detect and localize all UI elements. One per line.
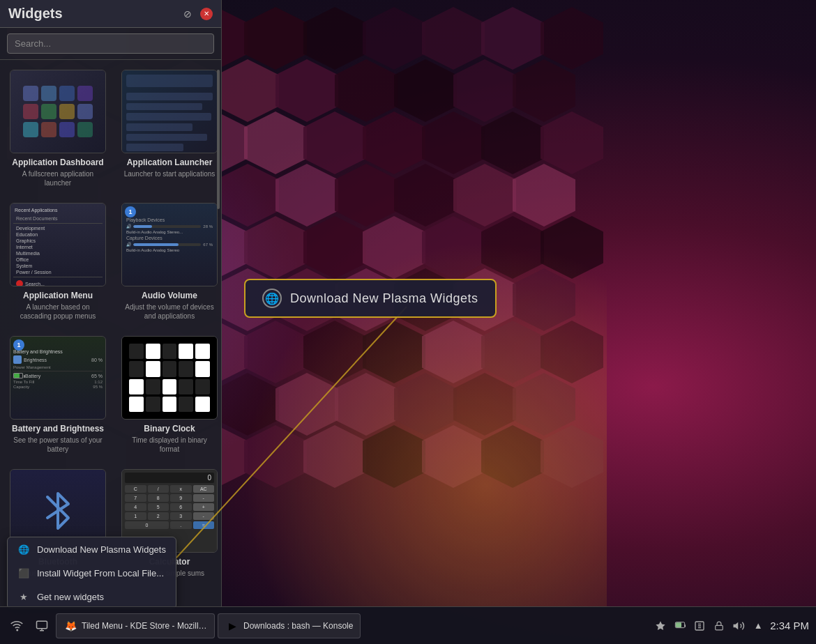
taskbar-app-konsole[interactable]: ▶ Downloads : bash — Konsole [218,613,361,638]
svg-marker-14 [734,622,739,629]
widgets-header: Widgets ⊘ ✕ [0,0,221,28]
widgets-panel: Widgets ⊘ ✕ [0,0,222,606]
widget-desc-audio-volume: Adjust the volume of devices and applica… [121,302,218,321]
widget-item-app-launcher[interactable]: Application Launcher Launcher to start a… [117,66,221,192]
widget-item-app-menu[interactable]: Recent Applications Recent Documents Dev… [6,199,110,325]
context-menu-install-label: Install Widget From Local File... [37,568,164,578]
context-menu-item-download[interactable]: 🌐 Download New Plasma Widgets [8,537,176,561]
callout-box[interactable]: 🌐 Download New Plasma Widgets [244,279,497,318]
star-icon: ★ [17,590,30,603]
widget-desc-binary-clock: Time displayed in binary format [121,436,218,454]
download-callout[interactable]: 🌐 Download New Plasma Widgets [244,279,497,318]
widget-preview-battery: 1 Battery and Brightness Brightness 80 %… [10,336,106,420]
tray-icon-3[interactable] [692,618,707,634]
widgets-title: Widgets [8,6,63,22]
widget-desc-app-launcher: Launcher to start applications [124,169,216,178]
widget-name-battery: Battery and Brightness [12,424,104,434]
svg-rect-5 [37,621,47,629]
scroll-indicator[interactable] [217,70,220,209]
search-container [0,28,221,60]
widget-preview-app-launcher [121,70,218,153]
svg-rect-11 [676,622,681,627]
widget-name-app-launcher: Application Launcher [127,158,213,167]
taskbar-icon-network[interactable] [31,615,53,637]
callout-globe-icon: 🌐 [262,289,282,308]
widgets-header-actions: ⊘ ✕ [181,7,213,21]
taskbar-left: 🦊 Tiled Menu - KDE Store - Mozilla Fi...… [0,613,366,638]
taskbar-icon-wifi[interactable] [6,615,28,637]
widget-preview-audio-volume: 1 Playback Devices 🔊 28 % Build-in Audio… [121,203,218,286]
konsole-icon: ▶ [225,619,239,633]
context-menu-item-install-local[interactable]: ⬛ Install Widget From Local File... [8,561,176,585]
firefox-icon: 🦊 [63,619,77,633]
context-menu-item-get-widgets[interactable]: ★ Get new widgets [8,585,176,608]
svg-rect-10 [685,624,686,627]
widget-preview-binary-clock [121,336,218,420]
widget-preview-app-menu: Recent Applications Recent Documents Dev… [10,203,106,286]
svg-point-4 [17,629,18,631]
taskbar: 🦊 Tiled Menu - KDE Store - Mozilla Fi...… [0,606,816,644]
widget-item-battery[interactable]: 1 Battery and Brightness Brightness 80 %… [6,332,110,458]
filter-icon[interactable]: ⊘ [181,7,195,21]
widget-desc-battery: See the power status of your battery [10,436,106,454]
clock-area[interactable]: 2:34 PM [770,620,809,631]
globe-icon: 🌐 [17,543,30,555]
widget-item-audio-volume[interactable]: 1 Playback Devices 🔊 28 % Build-in Audio… [117,199,221,325]
widget-desc-app-menu: A launcher based on cascading popup menu… [10,302,106,321]
taskbar-app-firefox[interactable]: 🦊 Tiled Menu - KDE Store - Mozilla Fi... [56,613,215,638]
widget-name-binary-clock: Binary Clock [144,424,195,434]
close-button[interactable]: ✕ [200,8,213,20]
svg-rect-13 [716,625,723,629]
widget-item-binary-clock[interactable]: Binary Clock Time displayed in binary fo… [117,332,221,458]
context-menu-get-label: Get new widgets [37,592,104,602]
widget-name-app-menu: Application Menu [23,291,93,300]
tray-icon-1[interactable] [653,618,668,634]
widget-desc-app-dashboard: A fullscreen application launcher [10,169,106,187]
widgets-list: Application Dashboard A fullscreen appli… [0,60,221,606]
clock-time: 2:34 PM [770,620,809,631]
taskbar-app-firefox-label: Tiled Menu - KDE Store - Mozilla Fi... [82,621,207,631]
taskbar-right: ▲ 2:34 PM [646,618,816,634]
context-menu: 🌐 Download New Plasma Widgets ⬛ Install … [7,537,176,609]
taskbar-app-konsole-label: Downloads : bash — Konsole [243,621,353,631]
tray-icon-2[interactable] [672,618,688,634]
tray-expand-icon[interactable]: ▲ [750,618,766,634]
widget-item-app-dashboard[interactable]: Application Dashboard A fullscreen appli… [6,66,110,192]
context-menu-download-label: Download New Plasma Widgets [37,544,166,555]
widget-name-app-dashboard: Application Dashboard [12,158,103,167]
callout-text: Download New Plasma Widgets [290,291,478,306]
install-local-icon: ⬛ [17,567,30,579]
svg-marker-8 [656,621,665,630]
widget-name-audio-volume: Audio Volume [142,291,197,300]
tray-icon-volume[interactable] [731,618,746,634]
widget-preview-app-dashboard [10,70,106,153]
tray-icon-lock[interactable] [711,618,727,634]
search-input[interactable] [7,33,214,54]
